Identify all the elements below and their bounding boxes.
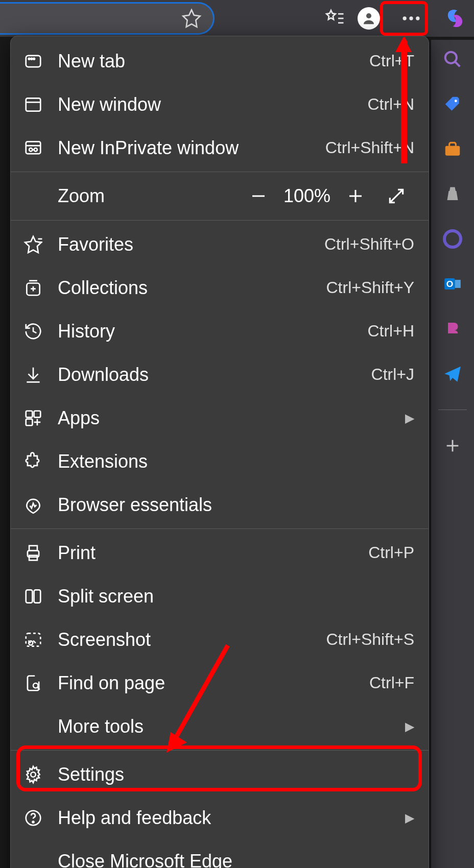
sidebar-search[interactable] xyxy=(441,48,464,70)
menu-more-tools[interactable]: More tools ▶ xyxy=(11,705,429,748)
menu-label: History xyxy=(58,321,367,342)
menu-print[interactable]: Print Ctrl+P xyxy=(11,531,429,574)
svg-point-19 xyxy=(33,58,35,59)
svg-point-50 xyxy=(33,821,34,823)
menu-history[interactable]: History Ctrl+H xyxy=(11,309,429,353)
menu-separator xyxy=(11,528,429,529)
menu-shortcut: Ctrl+H xyxy=(367,322,414,341)
menu-help[interactable]: Help and feedback ▶ xyxy=(11,796,429,839)
menu-shortcut: Ctrl+Shift+N xyxy=(325,138,414,157)
menu-label: Print xyxy=(58,542,368,564)
copilot-button[interactable] xyxy=(442,6,468,31)
menu-find[interactable]: Find on page Ctrl+F xyxy=(11,661,429,705)
new-tab-icon xyxy=(23,51,43,71)
svg-rect-44 xyxy=(26,633,41,646)
fullscreen-button[interactable] xyxy=(378,178,414,214)
help-icon xyxy=(23,808,43,828)
svg-point-46 xyxy=(33,683,38,688)
svg-rect-22 xyxy=(26,141,41,154)
svg-point-6 xyxy=(416,16,419,20)
svg-line-8 xyxy=(455,62,460,67)
svg-rect-40 xyxy=(29,545,37,550)
profile-button[interactable] xyxy=(358,7,380,30)
menu-collections[interactable]: Collections Ctrl+Shift+Y xyxy=(11,266,429,309)
svg-point-4 xyxy=(403,16,407,20)
history-icon xyxy=(23,321,43,342)
menu-close-edge[interactable]: Close Microsoft Edge xyxy=(11,839,429,868)
svg-point-7 xyxy=(445,52,457,63)
sidebar-outlook[interactable]: O xyxy=(441,273,464,295)
svg-point-9 xyxy=(455,100,457,102)
menu-new-tab[interactable]: New tab Ctrl+T xyxy=(11,39,429,83)
svg-rect-43 xyxy=(34,590,41,602)
svg-point-3 xyxy=(366,13,371,18)
sidebar-add[interactable] xyxy=(441,435,464,457)
collections-icon xyxy=(23,278,43,298)
inprivate-icon xyxy=(23,138,43,158)
svg-point-48 xyxy=(31,772,36,777)
menu-shortcut: Ctrl+Shift+S xyxy=(326,630,414,649)
menu-label: Screenshot xyxy=(58,629,326,650)
sidebar-tools[interactable] xyxy=(441,138,464,160)
menu-split-screen[interactable]: Split screen xyxy=(11,574,429,618)
apps-icon xyxy=(23,408,43,428)
menu-label: Browser essentials xyxy=(58,494,414,516)
svg-rect-16 xyxy=(26,55,41,66)
svg-rect-37 xyxy=(34,411,41,417)
menu-label: Close Microsoft Edge xyxy=(58,851,414,869)
svg-rect-42 xyxy=(26,590,33,602)
menu-favorites[interactable]: Favorites Ctrl+Shift+O xyxy=(11,223,429,266)
chevron-right-icon: ▶ xyxy=(405,411,414,425)
menu-apps[interactable]: Apps ▶ xyxy=(11,396,429,440)
menu-label: New InPrivate window xyxy=(58,137,325,159)
new-window-icon xyxy=(23,94,43,115)
favorites-list-button[interactable] xyxy=(322,6,347,31)
favorites-icon xyxy=(23,234,43,255)
svg-point-25 xyxy=(34,148,37,151)
menu-browser-essentials[interactable]: Browser essentials xyxy=(11,483,429,526)
more-menu-button[interactable] xyxy=(390,2,432,35)
menu-label: New tab xyxy=(58,51,369,72)
svg-rect-20 xyxy=(26,98,41,111)
menu-separator xyxy=(11,220,429,221)
menu-shortcut: Ctrl+J xyxy=(371,365,414,384)
zoom-out-button[interactable] xyxy=(241,178,276,214)
svg-text:O: O xyxy=(446,279,454,289)
svg-rect-13 xyxy=(455,280,461,288)
menu-label: Favorites xyxy=(58,234,324,255)
menu-shortcut: Ctrl+T xyxy=(369,52,414,70)
menu-label: Help and feedback xyxy=(58,807,399,829)
screenshot-icon xyxy=(23,630,43,650)
menu-label: Extensions xyxy=(58,451,414,472)
svg-point-17 xyxy=(29,58,30,59)
menu-shortcut: Ctrl+Shift+Y xyxy=(326,278,414,297)
menu-separator xyxy=(11,750,429,751)
svg-rect-10 xyxy=(445,146,460,156)
sidebar-power[interactable] xyxy=(441,318,464,340)
menu-inprivate[interactable]: New InPrivate window Ctrl+Shift+N xyxy=(11,126,429,170)
favorite-star-icon[interactable] xyxy=(181,8,202,29)
zoom-in-button[interactable] xyxy=(338,178,373,214)
menu-extensions[interactable]: Extensions xyxy=(11,440,429,483)
svg-rect-41 xyxy=(29,555,37,560)
menu-separator xyxy=(11,172,429,172)
svg-rect-36 xyxy=(26,411,33,417)
menu-new-window[interactable]: New window Ctrl+N xyxy=(11,83,429,126)
menu-zoom-row: Zoom 100% xyxy=(11,174,429,218)
sidebar-games[interactable] xyxy=(441,183,464,205)
svg-rect-38 xyxy=(26,419,33,425)
menu-downloads[interactable]: Downloads Ctrl+J xyxy=(11,353,429,396)
downloads-icon xyxy=(23,365,43,385)
menu-label: Collections xyxy=(58,277,326,299)
sidebar-office[interactable] xyxy=(441,228,464,250)
menu-shortcut: Ctrl+F xyxy=(369,673,414,692)
zoom-value: 100% xyxy=(276,185,338,207)
menu-label: Apps xyxy=(58,407,399,429)
split-screen-icon xyxy=(23,586,43,607)
sidebar-shopping[interactable] xyxy=(441,93,464,115)
menu-screenshot[interactable]: Screenshot Ctrl+Shift+S xyxy=(11,618,429,661)
menu-settings[interactable]: Settings xyxy=(11,753,429,796)
sidebar-telegram[interactable] xyxy=(441,363,464,385)
address-bar-tail[interactable] xyxy=(0,2,215,35)
menu-shortcut: Ctrl+Shift+O xyxy=(324,235,414,254)
